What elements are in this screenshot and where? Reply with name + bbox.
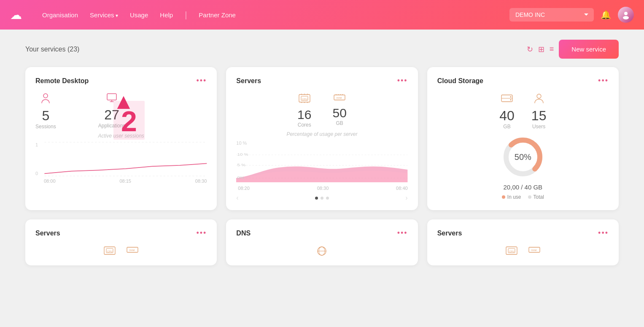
users-icon	[531, 93, 547, 106]
svg-text:CPU: CPU	[509, 250, 515, 253]
nav-divider: |	[185, 10, 187, 20]
nav-partner-zone[interactable]: Partner Zone	[199, 11, 236, 19]
sessions-stat: 5 Sessions	[35, 93, 56, 130]
cpu-icon-bottom: CPU	[103, 245, 116, 256]
avatar[interactable]	[618, 7, 634, 23]
nav-help[interactable]: Help	[160, 11, 173, 19]
card-menu-button[interactable]: •••	[196, 229, 207, 238]
legend-total-label: Total	[534, 194, 544, 200]
card-menu-button[interactable]: •••	[598, 76, 609, 85]
donut-percentage: 50%	[515, 152, 531, 162]
svg-text:CPU: CPU	[302, 98, 307, 100]
user-icon	[35, 93, 56, 106]
chart-x-2: 08:30	[195, 178, 207, 184]
svg-point-1	[623, 16, 629, 19]
card-title: Servers	[236, 77, 261, 85]
svg-point-32	[510, 99, 512, 100]
card-menu-button[interactable]: •••	[397, 76, 408, 85]
servers-card: Servers ••• CPU	[226, 67, 418, 210]
storage-gb-stat: 40 GB	[499, 93, 515, 130]
ram-stat: RAM 50 GB	[332, 93, 346, 128]
card-header: Servers •••	[437, 229, 609, 238]
chart-prev-button[interactable]: ‹	[236, 194, 238, 202]
bottom-icons: CPU RAM	[437, 245, 609, 256]
cards-grid: Remote Desktop ••• ▲ 2 5 S	[25, 67, 619, 265]
grid-view-icon[interactable]: ⊞	[538, 45, 544, 54]
card-menu-button[interactable]: •••	[397, 229, 408, 238]
card-title: Cloud Storage	[437, 77, 483, 85]
chart-dot-2[interactable]	[321, 197, 323, 200]
navbar: ☁ Organisation Services Usage Help | Par…	[0, 0, 644, 30]
ram-value: 50	[332, 106, 346, 120]
cores-stat: CPU 16 Cores	[297, 93, 311, 128]
logo: ☁	[10, 8, 22, 22]
storage-gb-value: 40	[499, 108, 515, 124]
rd-chart-area: 1 0 08:00 08:15 08:30	[35, 142, 207, 184]
card-header: DNS •••	[236, 229, 407, 238]
svg-point-0	[624, 12, 628, 15]
dns-card: DNS •••	[226, 219, 418, 265]
remote-desktop-card: Remote Desktop ••• ▲ 2 5 S	[25, 67, 217, 210]
chart-x-labels: 08:00 08:15 08:30	[35, 178, 207, 184]
list-view-icon[interactable]: ≡	[550, 45, 554, 54]
chart-x-1: 08:15	[119, 178, 131, 184]
servers-card-3: Servers ••• CPU RAM	[427, 219, 619, 265]
toolbar: Your services (23) ↻ ⊞ ≡ New service	[25, 40, 619, 59]
card-title: Servers	[35, 230, 60, 237]
chart-y-0: 0	[35, 171, 38, 176]
legend-in-use: In use	[502, 194, 521, 200]
chart-nav: ‹ ›	[236, 194, 407, 202]
users-label: Users	[531, 124, 547, 130]
servers-chart-area: 10 % 10 % 5 % 0% 08:20 08:30	[236, 141, 407, 191]
svg-text:0%: 0%	[237, 176, 244, 180]
donut-chart: 50%	[500, 134, 546, 180]
nav-services[interactable]: Services	[90, 11, 118, 19]
toolbar-actions: ↻ ⊞ ≡ New service	[527, 40, 619, 59]
servers-stats: CPU 16 Cores	[236, 93, 407, 128]
svg-text:CPU: CPU	[107, 250, 113, 253]
card-header: Servers •••	[35, 229, 207, 238]
refresh-icon[interactable]: ↻	[527, 45, 533, 54]
storage-total: 20,00 / 40 GB	[437, 184, 609, 191]
chart-y-1: 1	[35, 142, 38, 147]
bell-icon[interactable]: 🔔	[601, 10, 611, 20]
donut-center: 50%	[515, 152, 531, 162]
card-title: DNS	[236, 230, 251, 237]
card-header: Remote Desktop •••	[35, 76, 207, 85]
sessions-value: 5	[35, 108, 56, 124]
rd-chart-svg	[35, 142, 207, 176]
card-title: Remote Desktop	[35, 77, 89, 85]
ram-icon: RAM	[332, 93, 346, 104]
storage-legend: In use Total	[437, 194, 609, 200]
svg-text:5 %: 5 %	[237, 163, 246, 167]
servers-x-2: 08:40	[396, 186, 408, 191]
svg-text:RAM: RAM	[337, 97, 342, 99]
cloud-storage-card: Cloud Storage ••• 40 GB	[427, 67, 619, 210]
chart-dots	[315, 197, 329, 200]
chart-dot-1[interactable]	[315, 197, 318, 200]
navbar-right: DEMO INC 🔔	[509, 7, 634, 23]
servers-x-1: 08:30	[317, 186, 329, 191]
nav-organisation[interactable]: Organisation	[42, 11, 78, 19]
nav-usage[interactable]: Usage	[130, 11, 148, 19]
nav-links: Organisation Services Usage Help | Partn…	[42, 10, 496, 20]
svg-point-31	[510, 96, 512, 97]
cores-value: 16	[297, 108, 311, 122]
users-value: 15	[531, 108, 547, 124]
chart-dot-3[interactable]	[326, 197, 329, 200]
ram-icon-bottom3: RAM	[528, 245, 541, 254]
new-service-button[interactable]: New service	[559, 40, 619, 59]
services-count: Your services (23)	[25, 46, 79, 53]
org-selector[interactable]: DEMO INC	[509, 8, 594, 22]
servers-card-2: Servers ••• CPU RAM	[25, 219, 217, 265]
up-arrow-icon: ▲	[113, 90, 134, 112]
bottom-icons	[236, 245, 407, 257]
servers-y-10: 10 %	[236, 141, 247, 146]
card-menu-button[interactable]: •••	[196, 76, 207, 85]
svg-text:RAM: RAM	[129, 249, 135, 251]
card-menu-button[interactable]: •••	[598, 229, 609, 238]
chart-x-0: 08:00	[44, 178, 56, 184]
chart-next-button[interactable]: ›	[405, 194, 407, 202]
main-content: Your services (23) ↻ ⊞ ≡ New service Rem…	[0, 30, 644, 276]
storage-icon	[499, 93, 515, 106]
